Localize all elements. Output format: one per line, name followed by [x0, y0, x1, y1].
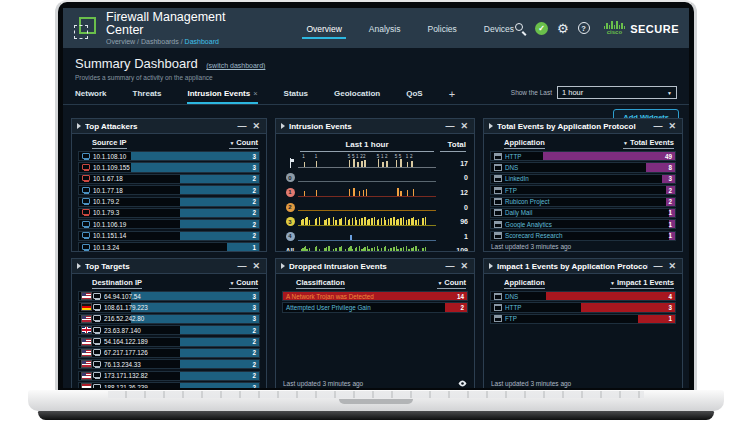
sort-column-header[interactable]: ▼Count — [437, 278, 466, 289]
event-tick — [388, 249, 389, 251]
timeline-track[interactable] — [298, 185, 436, 200]
nav-policies[interactable]: Policies — [427, 11, 456, 45]
table-row[interactable]: 173.171.132.822 — [78, 371, 260, 381]
table-row[interactable]: 108.61.179.2233 — [78, 302, 260, 312]
collapse-arrow-icon[interactable] — [77, 123, 81, 129]
nav-overview[interactable]: Overview — [306, 11, 341, 45]
table-row[interactable]: 54.164.122.1892 — [78, 337, 260, 347]
sort-column-header[interactable]: ▼Impact 1 Events — [610, 278, 674, 289]
table-row[interactable]: 10.1.67.182 — [78, 174, 260, 184]
table-row[interactable]: DNS8 — [490, 162, 676, 172]
time-range-select[interactable]: 1 hour ▼ — [557, 86, 677, 99]
table-row[interactable]: 188.121.36.2392 — [78, 382, 260, 388]
table-row[interactable]: Rubicon Project2 — [490, 197, 676, 207]
minimize-icon[interactable]: — — [444, 122, 455, 131]
country-flag-icon-de — [82, 304, 91, 310]
widget-header: Impact 1 Events by Application Protocol—… — [484, 259, 682, 274]
minimize-icon[interactable]: — — [236, 122, 247, 131]
table-row[interactable]: A Network Trojan was Detected14 — [282, 291, 468, 301]
minimize-icon[interactable]: — — [444, 262, 455, 271]
collapse-arrow-icon[interactable] — [77, 263, 81, 269]
table-row[interactable]: Google Analytics1 — [490, 219, 676, 229]
timeline-row[interactable]: 396 — [282, 214, 468, 229]
table-row[interactable]: LinkedIn3 — [490, 174, 676, 184]
table-row[interactable]: 10.1.79.32 — [78, 208, 260, 218]
minimize-icon[interactable]: — — [236, 262, 247, 271]
tab-status[interactable]: Status — [284, 89, 308, 104]
sort-column-header[interactable]: ▼Count — [229, 278, 258, 289]
timeline-track[interactable] — [298, 214, 436, 229]
search-icon[interactable] — [514, 22, 526, 34]
timeline-row[interactable]: 41 — [282, 229, 468, 244]
timeline-track[interactable] — [298, 229, 436, 244]
switch-dashboard-link[interactable]: (switch dashboard) — [206, 62, 265, 69]
timeline-track[interactable]: 11551225125512 — [298, 156, 436, 171]
minimize-icon[interactable]: — — [652, 262, 663, 271]
breadcrumb[interactable]: Overview / Dashboards / Dashboard — [106, 38, 251, 45]
gear-icon[interactable]: ⚙ — [557, 22, 569, 35]
timeline-row[interactable]: 00 — [282, 171, 468, 186]
collapse-arrow-icon[interactable] — [281, 263, 285, 269]
nav-analysis[interactable]: Analysis — [369, 11, 401, 45]
nav-devices[interactable]: Devices — [484, 11, 514, 45]
table-row[interactable]: FTP2 — [490, 185, 676, 195]
table-row[interactable]: 10.1.109.1553 — [78, 162, 260, 172]
row-label: 10.1.109.155 — [93, 164, 130, 171]
close-icon[interactable]: ✕ — [667, 262, 677, 271]
close-icon[interactable]: ✕ — [251, 262, 261, 271]
tab-threats[interactable]: Threats — [133, 89, 162, 104]
event-tick — [418, 249, 419, 251]
tab-close-icon[interactable]: × — [253, 89, 257, 98]
timeline-row[interactable]: 112 — [282, 185, 468, 200]
help-icon[interactable]: ? — [578, 22, 590, 34]
timeline-track[interactable] — [298, 244, 436, 251]
table-row[interactable]: 216.52.242.803 — [78, 314, 260, 324]
column-label[interactable]: Application — [504, 138, 545, 149]
collapse-arrow-icon[interactable] — [281, 123, 285, 129]
table-row[interactable]: 10.1.151.142 — [78, 231, 260, 241]
breadcrumb-path[interactable]: Overview / Dashboards / — [106, 38, 183, 45]
timeline-track[interactable] — [298, 200, 436, 215]
table-row[interactable]: Daily Mail1 — [490, 208, 676, 218]
add-tab-icon[interactable]: + — [449, 89, 455, 104]
table-row[interactable]: 67.217.177.1262 — [78, 348, 260, 358]
table-row[interactable]: Scorecard Research1 — [490, 231, 676, 241]
table-row[interactable]: Attempted User Privilege Gain2 — [282, 302, 468, 312]
column-label[interactable]: Destination IP — [92, 278, 142, 289]
close-icon[interactable]: ✕ — [667, 122, 677, 131]
timeline-track[interactable] — [298, 171, 436, 186]
table-row[interactable]: 64.94.107.543 — [78, 291, 260, 301]
sort-column-header[interactable]: ▼Count — [229, 138, 258, 149]
table-row[interactable]: 10.1.106.192 — [78, 219, 260, 229]
close-icon[interactable]: ✕ — [251, 122, 261, 131]
column-label[interactable]: Source IP — [92, 138, 127, 149]
collapse-arrow-icon[interactable] — [489, 123, 493, 129]
tab-geolocation[interactable]: Geolocation — [334, 89, 380, 104]
tab-intrusion-events[interactable]: Intrusion Events× — [187, 89, 257, 104]
table-row[interactable]: FTP1 — [490, 314, 676, 324]
table-row[interactable]: 10.1.79.22 — [78, 197, 260, 207]
column-label[interactable]: Application — [504, 278, 545, 289]
application-icon — [494, 293, 502, 300]
column-label[interactable]: Classification — [296, 278, 345, 289]
view-events-icon[interactable] — [458, 380, 467, 387]
table-row[interactable]: 10.1.77.182 — [78, 185, 260, 195]
close-icon[interactable]: ✕ — [459, 262, 469, 271]
table-row[interactable]: 10.1.3.241 — [78, 242, 260, 251]
close-icon[interactable]: ✕ — [459, 122, 469, 131]
timeline-row[interactable]: All109 — [282, 244, 468, 251]
minimize-icon[interactable]: — — [652, 122, 663, 131]
table-row[interactable]: 76.13.234.332 — [78, 359, 260, 369]
timeline-row[interactable]: 1155122512551217 — [282, 156, 468, 171]
tab-network[interactable]: Network — [75, 89, 107, 104]
table-row[interactable]: DNS4 — [490, 291, 676, 301]
table-row[interactable]: 23.63.87.1402 — [78, 325, 260, 335]
table-row[interactable]: 10.1.108.103 — [78, 151, 260, 161]
timeline-row[interactable]: 20 — [282, 200, 468, 215]
health-status-icon[interactable]: ✓ — [535, 22, 548, 35]
table-row[interactable]: HTTP3 — [490, 302, 676, 312]
tab-qos[interactable]: QoS — [406, 89, 422, 104]
sort-column-header[interactable]: ▼Total Events — [623, 138, 674, 149]
table-row[interactable]: HTTP49 — [490, 151, 676, 161]
collapse-arrow-icon[interactable] — [489, 263, 493, 269]
